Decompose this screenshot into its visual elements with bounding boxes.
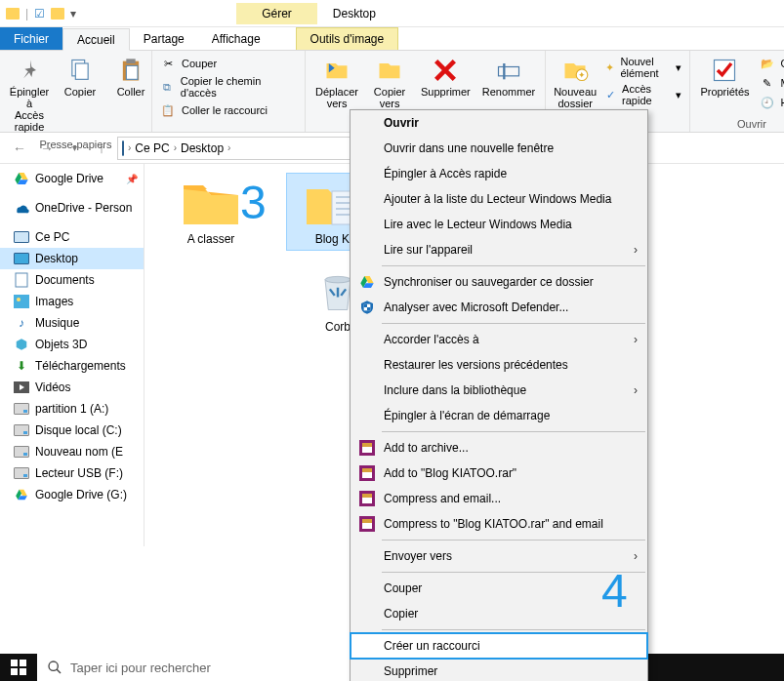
ctx-add-rar[interactable]: Add to "Blog KIATOO.rar" (351, 461, 647, 486)
copy-to-button[interactable]: Copier vers (366, 55, 413, 111)
history-button[interactable]: 🕘Histo (758, 94, 784, 111)
winrar-icon (358, 464, 376, 482)
tab-home[interactable]: Accueil (62, 28, 130, 51)
breadcrumb-desktop[interactable]: Desktop (181, 141, 224, 155)
copy-to-icon (376, 57, 403, 84)
sidebar-item-drive-e[interactable]: Nouveau nom (E (0, 441, 144, 462)
chevron-right-icon[interactable]: › (227, 142, 230, 153)
context-menu: Ouvrir Ouvrir dans une nouvelle fenêtre … (350, 109, 648, 681)
copy-button[interactable]: Copier (57, 55, 103, 100)
properties-button[interactable]: Propriétés (696, 55, 753, 100)
svg-rect-5 (498, 67, 518, 76)
copy-path-icon: ⧉ (160, 79, 175, 95)
sidebar-item-music[interactable]: ♪Musique (0, 312, 144, 334)
ctx-defender[interactable]: Analyser avec Microsoft Defender... (351, 295, 647, 320)
ctx-compress-rar-email[interactable]: Compress to "Blog KIATOO.rar" and email (351, 511, 647, 537)
ctx-open[interactable]: Ouvrir (351, 110, 647, 136)
sidebar-item-videos[interactable]: Vidéos (0, 377, 144, 398)
history-icon: 🕘 (760, 95, 775, 110)
tab-view[interactable]: Affichage (198, 27, 274, 50)
folder-item[interactable]: A classer (164, 174, 258, 250)
sidebar-item-usb-f[interactable]: Lecteur USB (F:) (0, 462, 144, 484)
music-icon: ♪ (14, 315, 29, 331)
sidebar-item-gdrive-g[interactable]: Google Drive (G:) (0, 484, 144, 505)
tab-picture-tools[interactable]: Outils d'image (296, 27, 399, 50)
pin-icon (16, 57, 43, 84)
delete-button[interactable]: Supprimer (417, 55, 475, 100)
paste-shortcut-button[interactable]: 📋 Coller le raccourci (158, 101, 269, 119)
ctx-add-archive[interactable]: Add to archive... (351, 435, 647, 461)
move-to-button[interactable]: Déplacer vers (311, 55, 362, 111)
ctx-cut[interactable]: Couper (351, 576, 647, 601)
group-label-clipboard: Presse-papiers (0, 139, 151, 152)
ctx-send-to[interactable]: Envoyer vers› (351, 543, 647, 569)
ctx-copy[interactable]: Copier (351, 601, 647, 626)
chevron-right-icon: › (634, 549, 638, 563)
chevron-right-icon[interactable]: › (174, 142, 177, 153)
sidebar-item-images[interactable]: Images (0, 291, 144, 312)
ctx-compress-email[interactable]: Compress and email... (351, 486, 647, 511)
svg-rect-10 (16, 273, 27, 287)
svg-rect-20 (11, 660, 18, 666)
usb-drive-icon (14, 465, 29, 481)
sidebar-item-local-c[interactable]: Disque local (C:) (0, 420, 144, 441)
folder-icon (6, 8, 20, 20)
sidebar-item-downloads[interactable]: ⬇Téléchargements (0, 355, 144, 377)
tab-share[interactable]: Partage (130, 27, 198, 50)
winrar-icon (358, 490, 376, 507)
sidebar-item-objects3d[interactable]: Objets 3D (0, 334, 144, 355)
svg-rect-34 (364, 304, 367, 307)
delete-x-icon (432, 57, 459, 84)
ctx-wmp-play[interactable]: Lire avec le Lecteur Windows Media (351, 212, 647, 237)
qat-sep: | (25, 7, 28, 20)
overflow-icon[interactable]: ▾ (70, 7, 76, 20)
ctx-sync[interactable]: Synchroniser ou sauvegarder ce dossier (351, 269, 647, 295)
ctx-grant-access[interactable]: Accorder l'accès à› (351, 327, 647, 352)
open-icon: 📂 (760, 56, 775, 71)
search-icon (47, 660, 62, 675)
menu-divider (382, 572, 645, 573)
new-item-icon: ✦ (604, 60, 614, 75)
svg-rect-11 (14, 295, 29, 308)
rename-button[interactable]: Renommer (478, 55, 539, 100)
checkbox-icon[interactable]: ☑ (34, 7, 45, 20)
open-button[interactable]: 📂Ouvr (758, 55, 784, 72)
edit-button[interactable]: ✎Mod (758, 74, 784, 92)
chevron-right-icon: › (634, 383, 638, 397)
desktop-icon (14, 251, 29, 266)
taskbar-search[interactable]: Taper ici pour rechercher (37, 654, 350, 681)
ctx-play-device[interactable]: Lire sur l'appareil› (351, 237, 647, 262)
ctx-pin-start[interactable]: Épingler à l'écran de démarrage (351, 403, 647, 428)
ctx-create-shortcut[interactable]: Créer un raccourci (351, 633, 647, 659)
copy-path-button[interactable]: ⧉ Copier le chemin d'accès (158, 74, 293, 100)
ctx-open-new-window[interactable]: Ouvrir dans une nouvelle fenêtre (351, 136, 647, 161)
tab-file[interactable]: Fichier (0, 27, 62, 50)
ctx-include-library[interactable]: Inclure dans la bibliothèque› (351, 378, 647, 403)
svg-point-12 (17, 298, 21, 301)
move-to-icon (323, 57, 351, 84)
ctx-wmp-add[interactable]: Ajouter à la liste du Lecteur Windows Me… (351, 186, 647, 212)
sidebar-item-this-pc[interactable]: Ce PC (0, 226, 144, 248)
easy-access-button[interactable]: ✓ Accès rapide▾ (602, 82, 683, 107)
new-folder-icon: ✦ (561, 57, 589, 84)
menu-divider (382, 265, 645, 266)
google-drive-icon (14, 487, 29, 502)
quick-access-toolbar: | ☑ ▾ (0, 0, 82, 26)
sidebar-item-onedrive[interactable]: OneDrive - Person (0, 197, 144, 219)
pin-to-quick-access-button[interactable]: Épingler à Accès rapide (6, 55, 53, 135)
folder-icon (180, 178, 242, 228)
google-drive-icon (358, 273, 376, 291)
paste-button[interactable]: Coller (107, 55, 154, 100)
sidebar-item-google-drive[interactable]: Google Drive📌 (0, 168, 144, 189)
start-button[interactable] (0, 654, 37, 681)
search-placeholder: Taper ici pour rechercher (70, 661, 211, 675)
sidebar-item-desktop[interactable]: Desktop (0, 248, 144, 269)
ctx-delete[interactable]: Supprimer (351, 659, 647, 681)
ctx-restore-versions[interactable]: Restaurer les versions précédentes (351, 352, 647, 378)
ctx-pin-quick-access[interactable]: Épingler à Accès rapide (351, 161, 647, 186)
new-folder-button[interactable]: ✦ Nouveau dossier (552, 55, 598, 111)
cut-button[interactable]: ✂ Couper (158, 55, 219, 72)
sidebar-item-documents[interactable]: Documents (0, 269, 144, 291)
new-item-button[interactable]: ✦ Nouvel élément▾ (602, 55, 683, 80)
sidebar-item-partition-a[interactable]: partition 1 (A:) (0, 398, 144, 420)
